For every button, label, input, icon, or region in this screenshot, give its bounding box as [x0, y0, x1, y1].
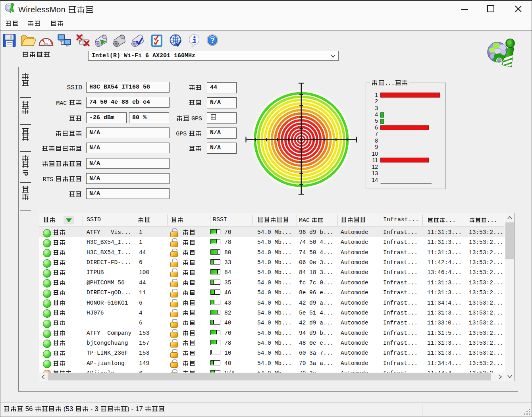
svg-text:?: ? [210, 37, 215, 44]
